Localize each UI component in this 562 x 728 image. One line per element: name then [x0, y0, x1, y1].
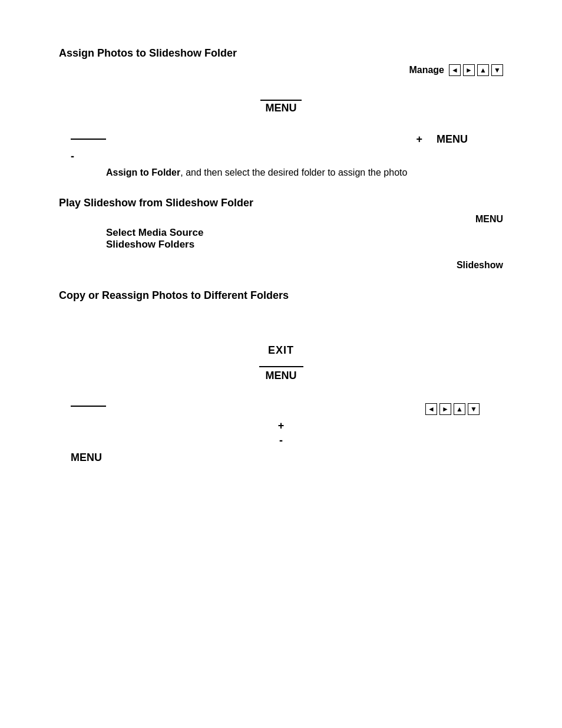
menu-row-right: MENU — [59, 214, 503, 225]
menu-label-3: MENU — [475, 214, 503, 225]
section3-heading: Copy or Reassign Photos to Different Fol… — [59, 289, 503, 302]
section2-heading: Play Slideshow from Slideshow Folder — [59, 197, 503, 209]
select-media-source: Select Media Source — [106, 227, 503, 239]
exit-center: EXIT — [59, 344, 503, 357]
nav-down-icon-2[interactable]: ▼ — [468, 403, 480, 415]
nav-up-icon[interactable]: ▲ — [477, 64, 489, 76]
nav-up-icon-2[interactable]: ▲ — [454, 403, 465, 415]
nav-right-icon[interactable]: ► — [463, 64, 475, 76]
assign-rest: , and then select the desired folder to … — [180, 167, 407, 177]
section-assign-photos: Assign Photos to Slideshow Folder Manage… — [59, 47, 503, 178]
menu-label-2: MENU — [437, 133, 468, 146]
section-play-slideshow: Play Slideshow from Slideshow Folder MEN… — [59, 197, 503, 271]
nav-right-icon-2[interactable]: ► — [439, 403, 451, 415]
nav-left-icon[interactable]: ◄ — [449, 64, 461, 76]
assign-bold: Assign to Folder — [106, 167, 180, 177]
nav-icons-top: ◄ ► ▲ ▼ — [449, 64, 503, 76]
menu-label-1: MENU — [266, 102, 297, 114]
manage-label: Manage — [409, 65, 444, 75]
menu-label-4: MENU — [266, 370, 297, 382]
exit-label: EXIT — [268, 344, 294, 357]
slideshow-folders: Slideshow Folders — [106, 239, 503, 251]
slideshow-right: Slideshow — [59, 260, 503, 271]
slideshow-label: Slideshow — [457, 260, 503, 271]
section1-heading: Assign Photos to Slideshow Folder — [59, 47, 503, 60]
underline-bar-1 — [260, 100, 302, 101]
underline-bar-3 — [259, 366, 303, 367]
plus-label-1: + — [416, 133, 422, 146]
nav-down-icon[interactable]: ▼ — [491, 64, 503, 76]
menu-center: MENU — [59, 366, 503, 382]
menu-label-5: MENU — [71, 452, 102, 463]
plus-label-2: + — [278, 420, 285, 432]
nav-left-icon-2[interactable]: ◄ — [425, 403, 437, 415]
underline-bar-2 — [71, 139, 106, 140]
menu-line-1: MENU — [59, 100, 503, 114]
minus-label-1: - — [71, 150, 74, 163]
section-copy-reassign: Copy or Reassign Photos to Different Fol… — [59, 289, 503, 464]
underline-bar-4 — [71, 406, 106, 407]
assign-text: Assign to Folder, and then select the de… — [106, 167, 503, 178]
minus-label-2: - — [279, 434, 283, 447]
manage-row: Manage ◄ ► ▲ ▼ — [59, 64, 503, 76]
